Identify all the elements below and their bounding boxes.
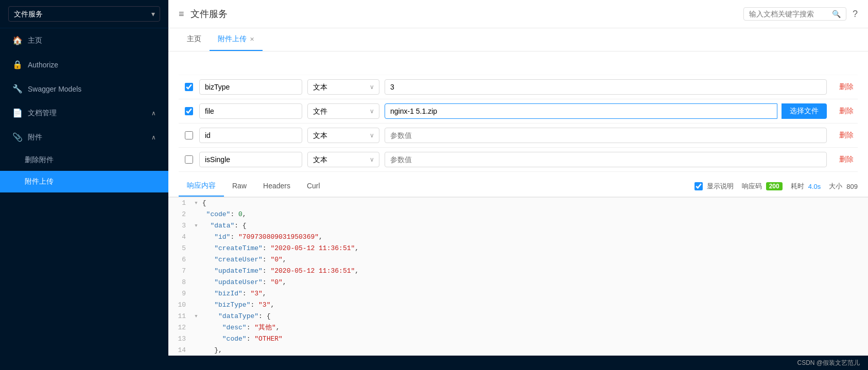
content-area: 文本 文件 删除 — [168, 51, 868, 356]
param-type-biztype[interactable]: 文本 文件 — [307, 79, 379, 95]
search-input[interactable] — [749, 10, 829, 18]
param-name-id[interactable] — [199, 128, 302, 143]
code-line-2: 2 "code": 0, — [168, 209, 868, 220]
tab-home[interactable]: 主页 — [179, 28, 210, 51]
param-type-id[interactable]: 文本 文件 — [307, 128, 379, 143]
param-name-issingle[interactable] — [199, 152, 302, 167]
sidebar-header: 文件服务 文件服务 — [0, 0, 168, 28]
code-line-5: 5 "createTime": "2020-05-12 11:36:51", — [168, 243, 868, 254]
footer: CSDN @假装文艺范儿 — [168, 356, 868, 370]
main-tabs: 主页 附件上传 ✕ — [168, 28, 868, 51]
topbar: ≡ 文件服务 🔍 ? — [168, 0, 868, 28]
resp-size-value: 809 — [846, 183, 858, 190]
param-name-file[interactable] — [199, 103, 302, 119]
delete-id-button[interactable]: 删除 — [835, 129, 858, 142]
param-value-issingle[interactable] — [385, 152, 827, 167]
toggle-11[interactable]: ▾ — [194, 311, 198, 322]
sidebar-item-authorize-label: Authorize — [28, 61, 58, 69]
delete-biztype-button[interactable]: 删除 — [835, 80, 858, 94]
param-name-biztype[interactable] — [199, 79, 302, 95]
delete-issingle-button[interactable]: 删除 — [835, 153, 858, 166]
code-line-8: 8 "updateUser": "0", — [168, 277, 868, 288]
resp-tab-content[interactable]: 响应内容 — [179, 176, 224, 197]
code-line-11: 11 ▾ "dataType": { — [168, 311, 868, 322]
doc-icon: 📄 — [12, 108, 23, 118]
sidebar-item-attachment-label: 附件 — [28, 133, 42, 142]
params-form: 文本 文件 删除 — [168, 51, 868, 172]
sidebar-item-authorize[interactable]: 🔒 Authorize — [0, 52, 168, 77]
param-value-biztype[interactable] — [385, 79, 827, 95]
sidebar-item-home-label: 主页 — [28, 36, 42, 45]
sidebar: 文件服务 文件服务 🏠 主页 🔒 Authorize 🔧 Swagger Mod… — [0, 0, 168, 370]
main-content: ≡ 文件服务 🔍 ? 主页 附件上传 ✕ — [168, 0, 868, 370]
upload-attachment-label: 附件上传 — [25, 177, 54, 186]
show-desc-checkbox[interactable] — [695, 182, 703, 190]
menu-icon[interactable]: ≡ — [179, 9, 184, 20]
code-line-7: 7 "updateTime": "2020-05-12 11:36:51", — [168, 266, 868, 277]
delete-file-button[interactable]: 删除 — [835, 104, 858, 118]
search-box: 🔍 — [743, 7, 846, 21]
toggle-1[interactable]: ▾ — [194, 198, 198, 209]
code-line-1: 1 ▾ { — [168, 198, 868, 209]
param-row-biztype: 文本 文件 删除 — [179, 75, 858, 99]
topbar-left: ≡ 文件服务 — [179, 8, 228, 20]
code-line-12: 12 "desc": "其他", — [168, 322, 868, 333]
param-value-id[interactable] — [385, 128, 827, 143]
file-name-input[interactable] — [385, 103, 777, 119]
help-icon[interactable]: ? — [853, 9, 858, 20]
home-icon: 🏠 — [12, 36, 23, 45]
show-desc-label: 显示说明 — [707, 182, 734, 191]
sidebar-item-doc-label: 文档管理 — [28, 109, 57, 118]
checkbox-issingle[interactable] — [185, 155, 193, 164]
sidebar-item-attachment[interactable]: 📎 附件 ∧ — [0, 125, 168, 149]
resp-code-label: 响应码 — [742, 182, 762, 191]
response-meta: 显示说明 响应码 200 耗时 4.0s 大小 809 — [695, 182, 858, 191]
tab-home-label: 主页 — [187, 34, 201, 44]
resp-tab-curl[interactable]: Curl — [299, 177, 328, 196]
tab-close-icon[interactable]: ✕ — [250, 36, 254, 43]
sidebar-item-delete-attachment[interactable]: 删除附件 — [0, 149, 168, 171]
param-type-file[interactable]: 文件 文本 — [307, 103, 379, 119]
checkbox-id[interactable] — [185, 131, 193, 139]
code-line-13: 13 "code": "OTHER" — [168, 333, 868, 345]
resp-status-badge: 200 — [766, 182, 783, 190]
footer-text: CSDN @假装文艺范儿 — [797, 359, 860, 367]
checkbox-biztype[interactable] — [185, 83, 193, 91]
param-row-hidden — [179, 57, 858, 75]
sidebar-item-upload-attachment[interactable]: 附件上传 — [0, 171, 168, 192]
code-line-4: 4 "id": "709730809031950369", — [168, 232, 868, 243]
tab-upload[interactable]: 附件上传 ✕ — [210, 28, 263, 51]
response-tabs: 响应内容 Raw Headers Curl 显示说明 响应码 200 耗时 4.… — [168, 176, 868, 197]
sidebar-item-doc-manage[interactable]: 📄 文档管理 ∧ — [0, 101, 168, 125]
attachment-arrow-icon: ∧ — [151, 134, 156, 141]
topbar-right: 🔍 ? — [743, 7, 858, 21]
code-line-14: 14 }, — [168, 345, 868, 356]
sidebar-item-home[interactable]: 🏠 主页 — [0, 28, 168, 52]
resp-tab-headers[interactable]: Headers — [255, 177, 299, 196]
code-line-9: 9 "bizId": "3", — [168, 288, 868, 299]
service-selector[interactable]: 文件服务 文件服务 — [8, 6, 160, 22]
code-line-10: 10 "bizType": "3", — [168, 299, 868, 311]
authorize-icon: 🔒 — [12, 60, 23, 69]
param-row-id: 文本 文件 删除 — [179, 124, 858, 148]
sidebar-item-swagger-label: Swagger Models — [28, 85, 81, 93]
code-line-3: 3 ▾ "data": { — [168, 220, 868, 232]
param-row-issingle: 文本 文件 删除 — [179, 148, 858, 172]
toggle-3[interactable]: ▾ — [194, 220, 198, 232]
param-row-file: 文件 文本 选择文件 删除 — [179, 99, 858, 124]
response-code-block: 1 ▾ { 2 "code": 0, 3 ▾ "data": { 4 "id":… — [168, 197, 868, 356]
sidebar-item-swagger-models[interactable]: 🔧 Swagger Models — [0, 77, 168, 101]
resp-time-value: 4.0s — [808, 183, 821, 190]
code-line-6: 6 "createUser": "0", — [168, 254, 868, 266]
param-type-issingle[interactable]: 文本 文件 — [307, 152, 379, 167]
service-selector-wrap: 文件服务 文件服务 — [8, 6, 160, 22]
delete-attachment-label: 删除附件 — [25, 155, 54, 165]
choose-file-button[interactable]: 选择文件 — [782, 103, 827, 119]
checkbox-file[interactable] — [185, 107, 193, 115]
sidebar-nav: 🏠 主页 🔒 Authorize 🔧 Swagger Models 📄 文档管理… — [0, 28, 168, 370]
resp-size-label: 大小 — [829, 182, 842, 191]
attachment-icon: 📎 — [12, 132, 23, 142]
resp-time-label: 耗时 — [791, 182, 804, 191]
resp-tab-raw[interactable]: Raw — [224, 177, 255, 196]
swagger-icon: 🔧 — [12, 84, 23, 94]
